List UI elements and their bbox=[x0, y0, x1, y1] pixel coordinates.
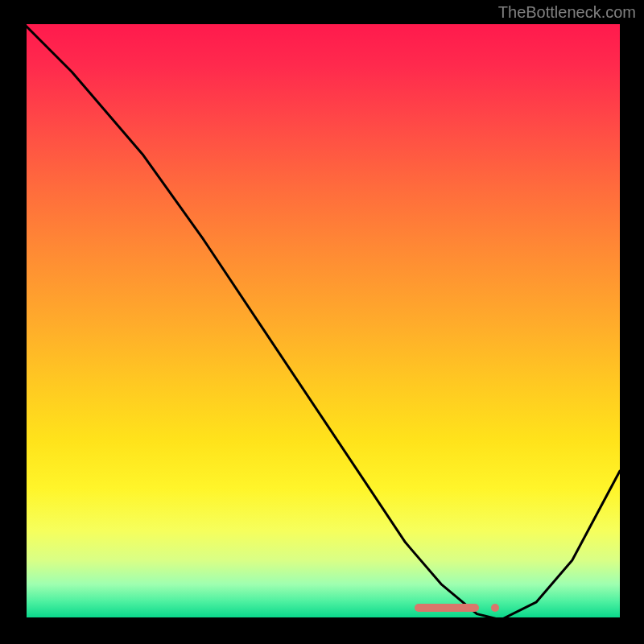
optimal-range-dot bbox=[491, 604, 499, 612]
watermark-text: TheBottleneck.com bbox=[498, 3, 636, 22]
gradient-background bbox=[24, 24, 620, 620]
x-axis bbox=[24, 617, 620, 620]
y-axis bbox=[24, 24, 27, 620]
chart-area bbox=[24, 24, 620, 620]
optimal-range-marker bbox=[415, 604, 479, 612]
